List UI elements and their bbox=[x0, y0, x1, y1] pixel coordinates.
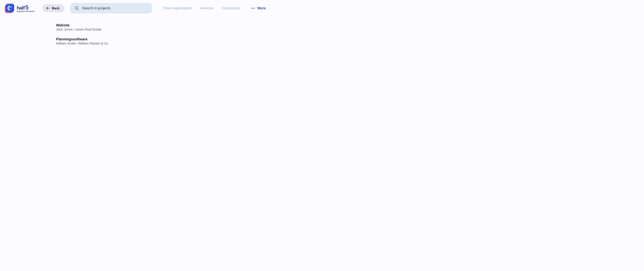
back-label: Back bbox=[52, 6, 60, 10]
project-title: Planningssoftware bbox=[56, 37, 644, 41]
project-title: Website bbox=[56, 23, 644, 27]
svg-point-7 bbox=[254, 8, 255, 9]
more-button[interactable]: More bbox=[251, 6, 266, 10]
logo-half-text: half bbox=[17, 5, 25, 10]
more-label: More bbox=[258, 6, 266, 10]
project-subtitle: William Smith • William Painter & Co. bbox=[56, 42, 644, 45]
project-item[interactable]: Website John Jones • Jones Real Estate bbox=[56, 23, 644, 31]
search-icon bbox=[75, 6, 79, 10]
logo-tagline: registreer & factureer bbox=[17, 10, 35, 12]
search-input[interactable] bbox=[82, 6, 148, 10]
svg-point-5 bbox=[251, 8, 252, 9]
project-subtitle: John Jones • Jones Real Estate bbox=[56, 28, 644, 31]
nav-links: Time registration Invoices Customers bbox=[163, 6, 240, 10]
logo[interactable]: half 5 registreer & factureer bbox=[5, 3, 35, 13]
svg-line-4 bbox=[78, 9, 78, 10]
dots-horizontal-icon bbox=[251, 7, 255, 9]
arrow-left-icon bbox=[46, 7, 50, 9]
logo-five-text: 5 bbox=[25, 4, 28, 11]
back-button[interactable]: Back bbox=[42, 4, 64, 12]
logo-icon bbox=[5, 3, 14, 13]
header: half 5 registreer & factureer Back Time … bbox=[0, 0, 644, 13]
nav-invoices[interactable]: Invoices bbox=[200, 6, 214, 10]
search-container[interactable] bbox=[70, 3, 152, 13]
projects-list: Website John Jones • Jones Real Estate P… bbox=[56, 23, 644, 45]
project-item[interactable]: Planningssoftware William Smith • Willia… bbox=[56, 37, 644, 45]
nav-customers[interactable]: Customers bbox=[222, 6, 240, 10]
svg-point-6 bbox=[252, 8, 254, 9]
nav-time-registration[interactable]: Time registration bbox=[163, 6, 192, 10]
